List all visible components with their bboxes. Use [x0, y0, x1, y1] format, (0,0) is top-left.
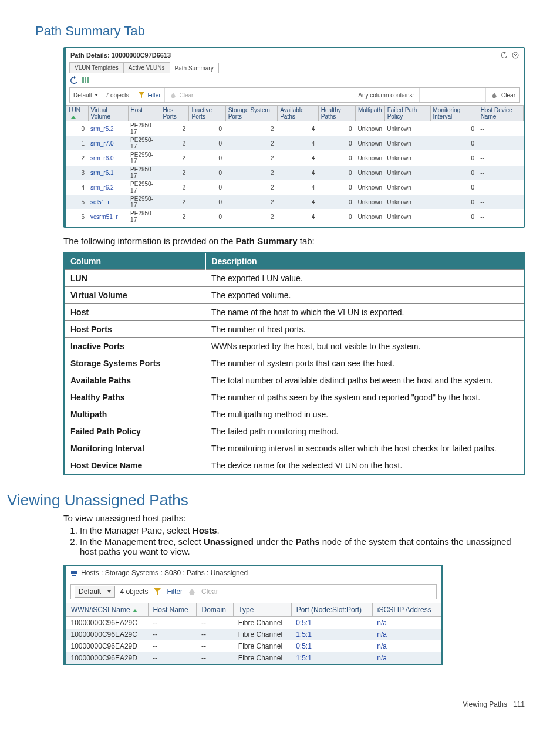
grid-header[interactable]: Monitoring Interval	[430, 106, 478, 121]
desc-header-column: Column	[64, 252, 205, 270]
cell: srm_r6.1	[88, 166, 128, 180]
grid-header[interactable]: Failed Path Policy	[384, 106, 430, 121]
cell: --	[148, 640, 197, 652]
table-row[interactable]: 0srm_r5.2PE2950-1720240UnknownUnknown0--	[66, 121, 524, 136]
tab-active-vluns[interactable]: Active VLUNs	[123, 62, 170, 73]
table-row[interactable]: 4srm_r6.2PE2950-1720240UnknownUnknown0--	[66, 180, 524, 195]
cell: srm_r6.2	[88, 180, 128, 195]
cell: Unknown	[384, 136, 430, 151]
table-row[interactable]: 10000000C96EA29D----Fibre Channel0:5:1n/…	[66, 640, 441, 652]
cell: sql51_r	[88, 195, 128, 210]
cell: 0	[189, 180, 225, 195]
table-row[interactable]: 2srm_r6.0PE2950-1720240UnknownUnknown0--	[66, 151, 524, 166]
unassigned-filter-icon[interactable]	[153, 587, 162, 596]
cell: 0	[189, 195, 225, 210]
refresh-rows-icon[interactable]	[69, 76, 79, 85]
grid-header[interactable]: Host Ports	[160, 106, 189, 121]
grid-header[interactable]: Storage System Ports	[225, 106, 278, 121]
cell: --	[478, 151, 523, 166]
cell: 0	[189, 210, 225, 224]
tab-path-summary[interactable]: Path Summary	[170, 63, 219, 73]
table-row[interactable]: 1srm_r7.0PE2950-1720240UnknownUnknown0--	[66, 136, 524, 151]
cell: --	[197, 617, 234, 629]
cell: 0	[189, 136, 225, 151]
cell: 2	[225, 195, 278, 210]
cell: --	[197, 652, 234, 664]
grid-header[interactable]: Inactive Ports	[189, 106, 225, 121]
cell: 4	[66, 180, 89, 195]
cell: 4	[278, 151, 319, 166]
cell: 0	[430, 136, 478, 151]
grid-header[interactable]: Virtual Volume	[88, 106, 128, 121]
grid-header[interactable]: Port (Node:Slot:Port)	[291, 603, 372, 617]
unassigned-filter-link[interactable]: Filter	[167, 588, 183, 596]
cell: 2	[225, 151, 278, 166]
table-row: Monitoring IntervalThe monitoring interv…	[64, 440, 524, 457]
svg-rect-3	[87, 77, 89, 83]
grid-toolbar: Default 7 objects Filter Clear Any colum…	[69, 87, 520, 103]
table-row[interactable]: 5sql51_rPE2950-1720240UnknownUnknown0--	[66, 195, 524, 210]
unassigned-view-dropdown[interactable]: Default	[75, 586, 115, 598]
cell: Unknown	[355, 121, 384, 136]
clear-search-button[interactable]: Clear	[501, 92, 515, 99]
desc-column-text: The name of the host to which the VLUN i…	[205, 304, 524, 321]
cell: 4	[278, 195, 319, 210]
grid-header[interactable]: Domain	[197, 603, 234, 617]
tab-vlun-templates[interactable]: VLUN Templates	[69, 62, 124, 73]
grid-header[interactable]: iSCSI IP Address	[372, 603, 441, 617]
cell: 0	[66, 121, 89, 136]
cell: 2	[225, 166, 278, 180]
desc-column-text: The number of paths seen by the system a…	[205, 389, 524, 406]
grid-header[interactable]: Host Device Name	[478, 106, 523, 121]
table-row[interactable]: 10000000C96EA29C----Fibre Channel0:5:1n/…	[66, 617, 441, 629]
grid-header[interactable]: Available Paths	[278, 106, 319, 121]
columns-icon[interactable]	[81, 76, 90, 85]
desc-column-text: The monitoring interval in seconds after…	[205, 440, 524, 457]
cell: 0	[318, 166, 355, 180]
cell: Fibre Channel	[234, 629, 291, 640]
cell: 10000000C96EA29C	[66, 617, 149, 629]
cell: PE2950-17	[128, 166, 160, 180]
table-row[interactable]: 3srm_r6.1PE2950-1720240UnknownUnknown0--	[66, 166, 524, 180]
filter-link[interactable]: Filter	[148, 92, 161, 99]
table-row: Available PathsThe total number of avail…	[64, 372, 524, 389]
cell: srm_r6.0	[88, 151, 128, 166]
cell: n/a	[372, 617, 441, 629]
cell: PE2950-17	[128, 136, 160, 151]
cell: n/a	[372, 640, 441, 652]
cell: 0	[430, 210, 478, 224]
table-row[interactable]: 10000000C96EA29C----Fibre Channel1:5:1n/…	[66, 629, 441, 640]
table-row[interactable]: 10000000C96EA29D----Fibre Channel1:5:1n/…	[66, 652, 441, 664]
grid-header[interactable]: Host	[128, 106, 160, 121]
cell: --	[148, 617, 197, 629]
filter-icon[interactable]	[137, 90, 146, 100]
grid-header[interactable]: Type	[234, 603, 291, 617]
grid-header[interactable]: WWN/iSCSI Name	[66, 603, 149, 617]
view-dropdown[interactable]: Default	[73, 92, 98, 99]
cell: 10000000C96EA29D	[66, 640, 149, 652]
refresh-icon[interactable]	[498, 50, 508, 60]
cell: 2	[160, 151, 189, 166]
desc-column-name: Inactive Ports	[64, 338, 205, 355]
intro-text: The following information is provided on…	[63, 236, 525, 246]
table-row: Inactive PortsWWNs reported by the host,…	[64, 338, 524, 355]
grid-header[interactable]: Host Name	[148, 603, 197, 617]
close-icon[interactable]	[510, 50, 519, 60]
search-input[interactable]	[423, 92, 425, 99]
grid-header[interactable]: LUN	[66, 106, 89, 121]
cell: n/a	[372, 652, 441, 664]
table-row[interactable]: 6vcsrm51_rPE2950-1720240UnknownUnknown0-…	[66, 210, 524, 224]
grid-header[interactable]: Healthy Paths	[318, 106, 355, 121]
grid-header[interactable]: Multipath	[355, 106, 384, 121]
clear-filter-icon	[168, 90, 178, 100]
table-row: MultipathThe multipathing method in use.	[64, 406, 524, 423]
unassigned-clear-icon	[187, 587, 197, 596]
table-row: Failed Path PolicyThe failed path monito…	[64, 423, 524, 440]
desc-column-name: Healthy Paths	[64, 389, 205, 406]
cell: --	[148, 629, 197, 640]
procedure-step: In the Management tree, select Unassigne…	[80, 536, 525, 556]
cell: 0	[430, 151, 478, 166]
cell: 10000000C96EA29C	[66, 629, 149, 640]
clear-search-icon[interactable]	[490, 90, 499, 100]
cell: 2	[225, 180, 278, 195]
